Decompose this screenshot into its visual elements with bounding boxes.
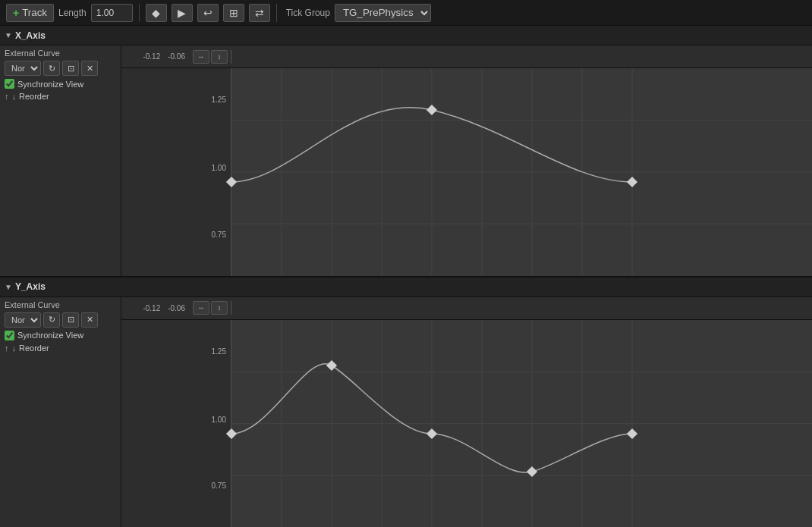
- x-y-label-075: 0.75: [212, 230, 226, 238]
- y-browse-icon-btn[interactable]: ⊡: [62, 312, 79, 328]
- diamond-icon-btn[interactable]: ◆: [146, 4, 167, 22]
- x-axis-curve-panel: -0.12 -0.06 ↔ ↕ 0.00 0.06 0.12: [121, 45, 812, 276]
- y-reorder-row[interactable]: ↑ ↓ Reorder: [5, 343, 116, 353]
- stretch-icon-btn[interactable]: ⇄: [249, 4, 270, 22]
- y-ext-curve-label: External Curve: [5, 300, 116, 309]
- y-canvas-area: 1.25 1.00 0.75: [121, 320, 812, 528]
- y-curve-canvas: [231, 320, 812, 528]
- x-axis-collapse-arrow[interactable]: ▼: [5, 31, 12, 39]
- add-track-button[interactable]: + Track: [6, 4, 54, 22]
- y-ruler-neg1: -0.12: [143, 304, 160, 312]
- y-reorder-label: Reorder: [19, 343, 49, 353]
- plus-icon: +: [13, 7, 19, 19]
- separator-2: [276, 4, 277, 22]
- x-refresh-icon-btn[interactable]: ↻: [43, 61, 60, 76]
- y-axis-curve-panel: -0.12 -0.06 ↔ ↕ 0.00 0.06 0.12 0.19: [121, 297, 812, 528]
- tick-group-select[interactable]: TG_PrePhysics: [335, 4, 431, 22]
- y-reorder-down-icon: ↓: [12, 343, 17, 353]
- y-axis-left-panel: External Curve None ↻ ⊡ ✕ Synchronize Vi…: [0, 297, 121, 528]
- y-ruler-zoom-btns: ↔ ↕: [193, 301, 228, 315]
- y-zoom-horizontal-btn[interactable]: ↔: [193, 301, 209, 315]
- x-curve-svg: [231, 68, 812, 276]
- y-axis-track-row: External Curve None ↻ ⊡ ✕ Synchronize Vi…: [0, 297, 812, 528]
- y-y-label-100: 1.00: [212, 415, 226, 423]
- y-zoom-vertical-btn[interactable]: ↕: [211, 301, 228, 315]
- tick-group-label: Tick Group: [286, 8, 330, 18]
- y-axis-collapse-arrow[interactable]: ▼: [5, 283, 12, 291]
- y-ext-curve-controls: None ↻ ⊡ ✕: [5, 312, 116, 328]
- y-clear-icon-btn[interactable]: ✕: [81, 312, 98, 328]
- x-sync-view[interactable]: Synchronize View: [5, 79, 116, 89]
- x-reorder-down-icon: ↓: [12, 92, 17, 101]
- x-keyframe-end[interactable]: [627, 177, 637, 187]
- x-reorder-label: Reorder: [19, 92, 49, 101]
- y-keyframe-mid[interactable]: [426, 428, 437, 438]
- record-icon-btn[interactable]: ⊞: [223, 4, 244, 22]
- x-axis-ruler: -0.12 -0.06 ↔ ↕ 0.00 0.06 0.12: [121, 45, 812, 68]
- x-curve-canvas: [231, 68, 812, 276]
- loop-icon-btn[interactable]: ↩: [197, 4, 219, 22]
- y-y-labels: 1.25 1.00 0.75: [121, 320, 231, 528]
- y-keyframe-peak[interactable]: [326, 359, 337, 370]
- x-zoom-vertical-btn[interactable]: ↕: [211, 50, 228, 64]
- y-axis-ruler: -0.12 -0.06 ↔ ↕ 0.00 0.06 0.12 0.19: [121, 297, 812, 320]
- y-sync-view[interactable]: Synchronize View: [5, 331, 116, 340]
- x-canvas-area: 1.25 1.00 0.75: [121, 68, 812, 276]
- y-none-select[interactable]: None: [5, 312, 41, 328]
- length-label: Length: [58, 8, 87, 18]
- x-clear-icon-btn[interactable]: ✕: [81, 61, 98, 76]
- length-value: 1.00: [91, 4, 133, 22]
- x-ruler-neg2: -0.06: [168, 52, 185, 61]
- separator-1: [139, 4, 140, 22]
- y-sync-checkbox[interactable]: [5, 331, 14, 340]
- y-ruler-negative: -0.12 -0.06 ↔ ↕: [121, 301, 231, 315]
- y-sync-label: Synchronize View: [17, 331, 83, 340]
- x-browse-icon-btn[interactable]: ⊡: [62, 61, 79, 76]
- x-y-labels: 1.25 1.00 0.75: [121, 68, 231, 276]
- y-axis-title: Y_Axis: [15, 281, 46, 292]
- x-reorder-row[interactable]: ↑ ↓ Reorder: [5, 92, 116, 101]
- y-curve-svg: [231, 320, 812, 528]
- y-refresh-icon-btn[interactable]: ↻: [43, 312, 60, 328]
- x-ruler-negative: -0.12 -0.06 ↔ ↕: [121, 50, 231, 64]
- x-sync-label: Synchronize View: [17, 80, 83, 89]
- y-keyframe-end[interactable]: [627, 428, 637, 438]
- track-button-label: Track: [22, 7, 47, 18]
- y-axis-section: ▼ Y_Axis External Curve None ↻ ⊡ ✕ Synch…: [0, 278, 812, 528]
- x-none-select[interactable]: None: [5, 61, 41, 76]
- x-axis-left-panel: External Curve None ↻ ⊡ ✕ Synchronize Vi…: [0, 45, 121, 276]
- x-axis-header: ▼ X_Axis: [0, 26, 812, 45]
- y-ruler-neg2: -0.06: [168, 304, 185, 312]
- x-ruler-neg1: -0.12: [143, 52, 160, 61]
- x-ruler-zoom-btns: ↔ ↕: [193, 50, 228, 64]
- x-y-label-100: 1.00: [212, 164, 226, 172]
- x-axis-section: ▼ X_Axis External Curve None ↻ ⊡ ✕ Synch…: [0, 26, 812, 278]
- x-axis-track-row: External Curve None ↻ ⊡ ✕ Synchronize Vi…: [0, 45, 812, 276]
- x-ext-curve-label: External Curve: [5, 49, 116, 58]
- y-y-label-125: 1.25: [212, 347, 226, 355]
- x-keyframe-peak[interactable]: [426, 105, 437, 115]
- y-axis-header: ▼ Y_Axis: [0, 278, 812, 297]
- y-y-label-075: 0.75: [212, 482, 226, 490]
- toolbar: + Track Length 1.00 ◆ ▶ ↩ ⊞ ⇄ Tick Group…: [0, 0, 812, 26]
- x-zoom-horizontal-btn[interactable]: ↔: [193, 50, 209, 64]
- x-axis-title: X_Axis: [15, 30, 46, 41]
- y-reorder-up-icon: ↑: [5, 343, 9, 353]
- x-y-label-125: 1.25: [212, 96, 226, 104]
- x-ext-curve-controls: None ↻ ⊡ ✕: [5, 61, 116, 76]
- play-icon-btn[interactable]: ▶: [172, 4, 193, 22]
- x-reorder-up-icon: ↑: [5, 92, 9, 101]
- x-sync-checkbox[interactable]: [5, 79, 14, 89]
- main-content: ▼ X_Axis External Curve None ↻ ⊡ ✕ Synch…: [0, 26, 812, 527]
